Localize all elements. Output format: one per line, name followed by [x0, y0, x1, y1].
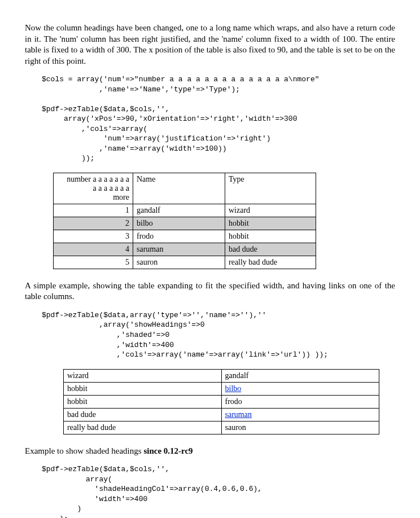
- cell-name: frodo: [221, 395, 379, 408]
- col-head-type: Type: [225, 173, 316, 204]
- table-row: 5sauronreally bad dude: [54, 256, 316, 269]
- table-row: 4sarumanbad dude: [54, 243, 316, 256]
- col-head-name: Name: [133, 173, 225, 204]
- cell-name: bilbo: [133, 217, 225, 230]
- example-table-2: wizardgandalfhobbitbilbohobbitfrodobad d…: [63, 369, 379, 434]
- name-link[interactable]: saruman: [225, 410, 252, 419]
- table-row: 2bilbohobbit: [54, 217, 316, 230]
- cell-type: hobbit: [64, 395, 222, 408]
- cell-name: bilbo: [221, 382, 379, 395]
- code-block-1: $cols = array('num'=>"number a a a a a a…: [42, 74, 395, 164]
- table-row: bad dudesaruman: [64, 408, 379, 421]
- cell-num: 5: [54, 256, 133, 269]
- paragraph-3-text: Example to show shaded headings: [25, 446, 143, 455]
- example-table-1: number a a a a a a a a a a a a a a more …: [53, 173, 316, 269]
- paragraph-2: A simple example, showing the table expa…: [25, 280, 395, 302]
- table-2-wrap: wizardgandalfhobbitbilbohobbitfrodobad d…: [63, 369, 395, 434]
- cell-type: hobbit: [225, 230, 316, 243]
- cell-type: wizard: [225, 204, 316, 217]
- cell-name: gandalf: [133, 204, 225, 217]
- table-row: 1gandalfwizard: [54, 204, 316, 217]
- table-row: hobbitfrodo: [64, 395, 379, 408]
- cell-type: bad dude: [225, 243, 316, 256]
- code-block-2: $pdf->ezTable($data,array('type'=>'','na…: [42, 310, 395, 360]
- cell-name: gandalf: [221, 369, 379, 382]
- table-row: wizardgandalf: [64, 369, 379, 382]
- paragraph-1: Now the column headings have been change…: [25, 23, 395, 67]
- table-row: hobbitbilbo: [64, 382, 379, 395]
- cell-type: really bad dude: [225, 256, 316, 269]
- paragraph-3: Example to show shaded headings since 0.…: [25, 446, 395, 457]
- cell-type: hobbit: [64, 382, 222, 395]
- cell-name: sauron: [221, 421, 379, 434]
- cell-num: 1: [54, 204, 133, 217]
- cell-num: 3: [54, 230, 133, 243]
- table-row: 3frodohobbit: [54, 230, 316, 243]
- table-1-header-row: number a a a a a a a a a a a a a a more …: [54, 173, 316, 204]
- cell-num: 4: [54, 243, 133, 256]
- cell-name: saruman: [133, 243, 225, 256]
- since-version: since 0.12-rc9: [143, 446, 193, 455]
- cell-num: 2: [54, 217, 133, 230]
- name-link[interactable]: bilbo: [225, 384, 242, 393]
- cell-name: saruman: [221, 408, 379, 421]
- col-head-num: number a a a a a a a a a a a a a a more: [54, 173, 133, 204]
- cell-name: sauron: [133, 256, 225, 269]
- cell-type: bad dude: [64, 408, 222, 421]
- code-block-3: $pdf->ezTable($data,$cols,'', array( 'sh…: [42, 464, 395, 518]
- cell-type: hobbit: [225, 217, 316, 230]
- cell-type: really bad dude: [64, 421, 222, 434]
- table-row: really bad dudesauron: [64, 421, 379, 434]
- cell-type: wizard: [64, 369, 222, 382]
- cell-name: frodo: [133, 230, 225, 243]
- table-1-wrap: number a a a a a a a a a a a a a a more …: [53, 173, 395, 269]
